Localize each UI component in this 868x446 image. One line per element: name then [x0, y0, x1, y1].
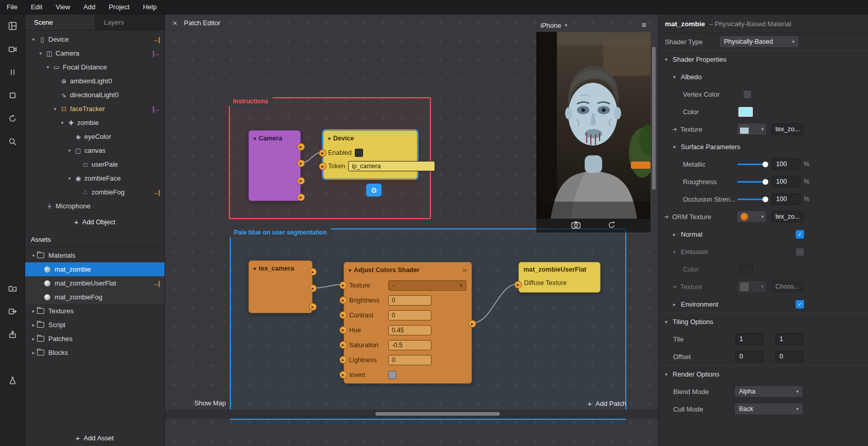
emission-texture-value[interactable]: Choos...: [771, 281, 803, 292]
offset-x-field[interactable]: 0: [735, 351, 763, 362]
output-port[interactable]: ▶: [309, 284, 317, 292]
emission-color-swatch[interactable]: [738, 264, 753, 274]
scene-item-device[interactable]: ▾ ▯ Device →|: [25, 32, 165, 46]
publish-icon[interactable]: [0, 323, 25, 346]
section-environment[interactable]: ▸ Environment ✓: [659, 295, 868, 313]
menu-help[interactable]: Help: [136, 0, 164, 14]
scene-item-facetracker[interactable]: ▾ ⊡ faceTracker |→: [25, 102, 165, 116]
menu-file[interactable]: File: [0, 0, 24, 14]
caret-icon[interactable]: ▾: [51, 106, 59, 112]
scene-item-userpale[interactable]: □ userPale: [25, 157, 165, 171]
slider-knob[interactable]: [763, 162, 768, 167]
environment-checkbox[interactable]: ✓: [795, 300, 804, 309]
panels-icon[interactable]: [0, 14, 25, 38]
caret-icon[interactable]: ▸: [673, 301, 681, 307]
invert-checkbox[interactable]: [388, 371, 396, 379]
slider-knob[interactable]: [763, 179, 768, 185]
scene-item-eyecolor[interactable]: ◈ eyeColor: [25, 130, 165, 144]
menu-edit[interactable]: Edit: [24, 0, 49, 14]
caret-icon[interactable]: ▾: [665, 57, 673, 62]
simulator-device-select[interactable]: iPhone: [540, 22, 561, 29]
menu-add[interactable]: Add: [77, 0, 102, 14]
input-port[interactable]: ▶: [339, 341, 347, 349]
token-input[interactable]: [348, 161, 435, 171]
horizontal-scrollbar-thumb[interactable]: [375, 412, 500, 416]
scene-item-zombie[interactable]: ▾ ✚ zombie: [25, 116, 165, 130]
albedo-texture-dropdown[interactable]: ▾: [737, 123, 767, 135]
caret-icon[interactable]: ▾: [254, 266, 256, 272]
metallic-value[interactable]: 100: [772, 158, 801, 170]
caret-icon[interactable]: ▸: [30, 336, 37, 342]
saturation-input[interactable]: [388, 340, 431, 350]
asset-folder-textures[interactable]: ▸ Textures: [25, 304, 165, 318]
scene-item-zombieface[interactable]: ▾ ◉ zombieFace: [25, 171, 165, 185]
normal-checkbox[interactable]: ✓: [795, 230, 804, 239]
output-port[interactable]: ▶: [297, 177, 305, 185]
patch-tex-camera[interactable]: ▾ tex_camera ▶ ▶ ▶: [248, 260, 313, 313]
input-port[interactable]: ▶: [319, 163, 327, 170]
menu-view[interactable]: View: [49, 0, 77, 14]
section-render-options[interactable]: ▾ Render Options: [659, 365, 868, 383]
orm-texture-dropdown[interactable]: ▾: [737, 210, 767, 223]
caret-icon[interactable]: ▸: [30, 308, 37, 314]
asset-mat-zombie[interactable]: mat_zombie: [25, 262, 165, 276]
lightness-input[interactable]: [388, 355, 431, 365]
scene-item-directionallight0[interactable]: ⇘ directionalLight0: [25, 88, 165, 102]
output-port[interactable]: ▶: [297, 159, 305, 167]
scene-item-focal-distance[interactable]: ▾ ▭ Focal Distance: [25, 60, 165, 74]
scene-item-zombiefog[interactable]: ∴ zombieFog →|: [25, 185, 165, 199]
output-port[interactable]: ▶: [297, 143, 305, 151]
caret-icon[interactable]: ▾: [66, 148, 73, 153]
section-shader-properties[interactable]: ▾ Shader Properties: [659, 50, 868, 68]
tab-layers[interactable]: Layers: [95, 14, 165, 30]
emission-texture-dropdown[interactable]: ▾: [737, 280, 767, 293]
caret-icon[interactable]: ▾: [673, 74, 681, 80]
input-port[interactable]: ▶: [339, 296, 347, 304]
section-tiling-options[interactable]: ▾ Tiling Options: [659, 313, 868, 330]
input-port[interactable]: ▶: [339, 281, 347, 289]
search-icon[interactable]: [0, 130, 25, 153]
patch-device[interactable]: ▾ Device Enabled Token ▶ ▶: [323, 130, 418, 179]
caret-icon[interactable]: ▾: [665, 319, 673, 325]
slider-knob[interactable]: [763, 197, 768, 202]
orm-texture-value[interactable]: tex_zo...: [771, 211, 803, 222]
enabled-checkbox[interactable]: [355, 149, 363, 157]
restart-icon[interactable]: [0, 107, 25, 130]
albedo-texture-value[interactable]: tex_zo...: [771, 123, 803, 135]
caret-icon[interactable]: ▾: [37, 50, 44, 56]
blend-mode-dropdown[interactable]: Alpha ▾: [734, 385, 803, 398]
asset-folder-script[interactable]: ▸ Script: [25, 318, 165, 332]
caret-icon[interactable]: ▾: [59, 120, 66, 126]
caret-icon[interactable]: ▾: [349, 267, 351, 273]
asset-folder-materials[interactable]: ▾ Materials: [25, 248, 165, 262]
texture-dropdown[interactable]: - ▾: [388, 280, 466, 291]
metallic-slider[interactable]: [737, 164, 767, 165]
caret-icon[interactable]: ▾: [665, 371, 673, 377]
asset-mat-zombiefog[interactable]: mat_zombieFog: [25, 290, 165, 304]
screenshot-camera-icon[interactable]: [571, 221, 581, 231]
caret-icon[interactable]: ▾: [328, 136, 331, 141]
scene-item-ambientlight0[interactable]: ⊕ ambientLight0: [25, 74, 165, 88]
tile-x-field[interactable]: 1: [735, 333, 763, 345]
section-normal[interactable]: ▸ Normal ✓: [659, 225, 868, 243]
offset-y-field[interactable]: 0: [775, 351, 803, 362]
caret-icon[interactable]: ▸: [673, 231, 681, 237]
caret-icon[interactable]: ▾: [673, 249, 681, 255]
chevron-down-icon[interactable]: ▾: [565, 23, 567, 28]
group-label[interactable]: Instructions: [229, 97, 273, 106]
scene-item-microphone[interactable]: ⏚ Microphone: [25, 199, 165, 213]
export-icon[interactable]: [0, 300, 25, 323]
cull-mode-dropdown[interactable]: Back ▾: [734, 403, 803, 415]
caret-icon[interactable]: ▾: [66, 175, 73, 181]
output-port[interactable]: ▶: [309, 303, 317, 311]
scene-item-canvas[interactable]: ▾ ▢ canvas: [25, 144, 165, 157]
caret-icon[interactable]: ▸: [30, 350, 37, 355]
occlusion-value[interactable]: 100: [772, 193, 801, 205]
menu-project[interactable]: Project: [102, 0, 136, 14]
shader-type-dropdown[interactable]: Physically-Based ▾: [719, 35, 799, 48]
input-port[interactable]: ▶: [339, 371, 347, 379]
occlusion-slider[interactable]: [737, 199, 767, 200]
hamburger-menu-icon[interactable]: ≡: [642, 21, 646, 30]
patch-adjust-colors-shader[interactable]: ▾ Adjust Colors Shader ∞ ▶ Texture - ▾ ▶…: [343, 262, 472, 384]
caret-icon[interactable]: ▸: [30, 322, 37, 328]
